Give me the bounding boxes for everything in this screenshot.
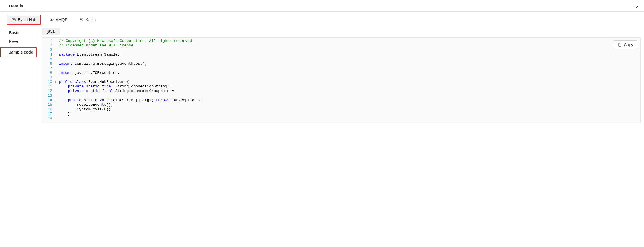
fold-toggle-icon[interactable] bbox=[54, 98, 57, 103]
code-line: 3 bbox=[42, 48, 640, 52]
svg-rect-0 bbox=[12, 19, 15, 21]
code-line: 15 receiveEvents(); bbox=[42, 103, 640, 107]
code-line: 2// Licensed under the MIT License. bbox=[42, 43, 640, 48]
code-text: // Copyright (c) Microsoft Corporation. … bbox=[57, 39, 194, 43]
line-number: 12 bbox=[42, 89, 54, 93]
code-text: // Licensed under the MIT License. bbox=[57, 43, 136, 48]
line-number: 5 bbox=[42, 57, 54, 62]
protocol-tab-label: AMQP bbox=[56, 17, 67, 22]
code-text: public class EventHubReceiver { bbox=[57, 80, 129, 84]
code-line: 10public class EventHubReceiver { bbox=[42, 80, 640, 84]
code-block[interactable]: 1// Copyright (c) Microsoft Corporation.… bbox=[42, 38, 640, 123]
protocol-tabs: Event HubAMQPKafka bbox=[0, 12, 644, 28]
line-number: 1 bbox=[42, 39, 54, 43]
sidebar-item-samplecode[interactable]: Sample code bbox=[0, 47, 37, 57]
code-line: 18 bbox=[42, 116, 640, 121]
code-text: package EventStream.Sample; bbox=[57, 52, 120, 57]
protocol-tab-label: Kafka bbox=[86, 17, 96, 22]
line-number: 3 bbox=[42, 48, 54, 52]
amqp-icon bbox=[49, 17, 54, 22]
code-line: 4package EventStream.Sample; bbox=[42, 52, 640, 57]
code-line: 14 public static void main(String[] args… bbox=[42, 98, 640, 103]
language-selector[interactable]: java bbox=[42, 28, 60, 35]
line-number: 6 bbox=[42, 62, 54, 66]
line-number: 15 bbox=[42, 103, 54, 107]
code-text: } bbox=[57, 112, 70, 116]
details-panel: Details Event HubAMQPKafka BasicKeysSamp… bbox=[0, 0, 644, 123]
svg-point-7 bbox=[80, 21, 81, 21]
code-line: 16 System.exit(0); bbox=[42, 107, 640, 112]
protocol-tab-label: Event Hub bbox=[18, 17, 36, 22]
svg-line-14 bbox=[81, 20, 82, 20]
line-number: 10 bbox=[42, 80, 54, 84]
svg-line-13 bbox=[81, 19, 82, 19]
sidebar-item-label: Sample code bbox=[9, 50, 33, 54]
code-line: 12 private static final String consumerG… bbox=[42, 89, 640, 93]
code-text: System.exit(0); bbox=[57, 107, 111, 112]
code-text: import com.azure.messaging.eventhubs.*; bbox=[57, 62, 147, 66]
collapse-chevron-icon[interactable] bbox=[633, 3, 640, 11]
code-line: 1// Copyright (c) Microsoft Corporation.… bbox=[42, 39, 640, 43]
main-content: java Copy 1// Copyright (c) Microsoft Co… bbox=[37, 28, 644, 123]
code-editor: Copy 1// Copyright (c) Microsoft Corpora… bbox=[42, 37, 641, 123]
line-number: 9 bbox=[42, 75, 54, 80]
protocol-tab-amqp[interactable]: AMQP bbox=[46, 16, 71, 24]
code-line: 5 bbox=[42, 57, 640, 62]
protocol-tab-kafka[interactable]: Kafka bbox=[76, 16, 99, 24]
panel-title[interactable]: Details bbox=[9, 2, 23, 11]
line-number: 4 bbox=[42, 52, 54, 57]
code-text: public static void main(String[] args) t… bbox=[57, 98, 201, 103]
kafka-icon bbox=[79, 17, 84, 22]
code-line: 17 } bbox=[42, 112, 640, 116]
code-line: 11 private static final String connectio… bbox=[42, 84, 640, 89]
line-number: 13 bbox=[42, 93, 54, 98]
svg-point-10 bbox=[82, 20, 83, 21]
panel-header: Details bbox=[0, 0, 644, 11]
svg-point-9 bbox=[82, 19, 83, 19]
code-line: 6import com.azure.messaging.eventhubs.*; bbox=[42, 62, 640, 66]
svg-point-8 bbox=[80, 19, 81, 20]
line-number: 17 bbox=[42, 112, 54, 116]
fold-toggle-icon[interactable] bbox=[54, 80, 57, 84]
sidebar-item-label: Basic bbox=[9, 30, 19, 35]
code-text: receiveEvents(); bbox=[57, 103, 113, 107]
protocol-tab-eventhub[interactable]: Event Hub bbox=[8, 16, 40, 24]
sidebar-item-label: Keys bbox=[9, 40, 18, 44]
code-text: private static final String consumerGrou… bbox=[57, 89, 174, 93]
code-line: 7 bbox=[42, 66, 640, 71]
sidebar: BasicKeysSample code bbox=[0, 28, 37, 119]
code-line: 9 bbox=[42, 75, 640, 80]
code-line: 8import java.io.IOException; bbox=[42, 71, 640, 75]
line-number: 14 bbox=[42, 98, 54, 103]
sidebar-item-basic[interactable]: Basic bbox=[0, 28, 37, 37]
code-line: 13 bbox=[42, 93, 640, 98]
sidebar-item-keys[interactable]: Keys bbox=[0, 37, 37, 46]
code-text: import java.io.IOException; bbox=[57, 71, 120, 75]
line-number: 11 bbox=[42, 84, 54, 89]
code-text: private static final String connectionSt… bbox=[57, 84, 172, 89]
line-number: 16 bbox=[42, 107, 54, 112]
line-number: 18 bbox=[42, 116, 54, 121]
eventhub-icon bbox=[11, 17, 16, 22]
panel-body: BasicKeysSample code java Copy 1// Copyr… bbox=[0, 28, 644, 123]
line-number: 2 bbox=[42, 43, 54, 48]
highlight-box: Event Hub bbox=[7, 15, 41, 25]
line-number: 7 bbox=[42, 66, 54, 71]
svg-point-6 bbox=[80, 18, 81, 19]
line-number: 8 bbox=[42, 71, 54, 75]
